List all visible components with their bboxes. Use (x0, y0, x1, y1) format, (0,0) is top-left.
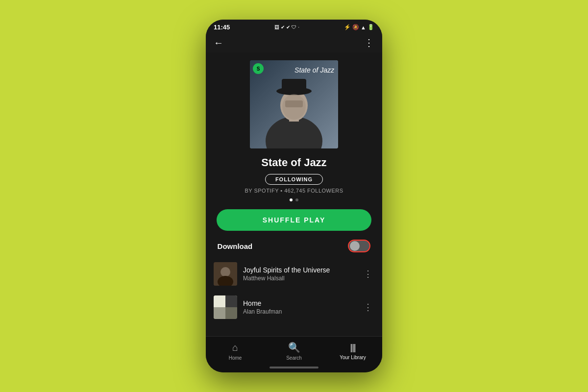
album-art-container: S State of Jazz (250, 60, 338, 148)
track-artist-2: Alan Braufman (243, 308, 356, 315)
spotify-logo: S (257, 66, 260, 72)
phone-frame: 11:45 🖼✔✔🛡· ⚡ 🔕 ▲ 🔋 ← ⋮ (206, 20, 382, 372)
svg-rect-7 (285, 100, 303, 107)
nav-bar: ← ⋮ (206, 33, 382, 52)
download-row: Download (217, 240, 372, 252)
download-label: Download (218, 242, 253, 250)
svg-rect-5 (282, 79, 306, 93)
status-left-icons: 🖼✔✔🛡· (274, 24, 299, 30)
track-art-1 (214, 262, 237, 286)
album-art: S State of Jazz (250, 60, 338, 148)
status-icons-left: 🖼✔✔🛡· (274, 24, 299, 30)
back-button[interactable]: ← (214, 37, 223, 49)
track-title-2: Home (243, 299, 356, 307)
home-indicator (206, 364, 382, 372)
nav-item-search[interactable]: 🔍 Search (279, 342, 309, 361)
status-time: 11:45 (214, 24, 230, 31)
download-toggle[interactable] (348, 240, 370, 252)
album-title-overlay: State of Jazz (294, 66, 334, 74)
svg-point-10 (220, 267, 230, 277)
home-icon: ⌂ (232, 342, 238, 353)
art-cell-4 (225, 307, 237, 319)
track-list: Joyful Spirits of the Universe Matthew H… (206, 257, 382, 324)
nav-label-library: Your Library (340, 355, 366, 360)
more-menu-button[interactable]: ⋮ (364, 37, 374, 49)
track-item[interactable]: Home Alan Braufman ⋮ (206, 291, 382, 324)
playlist-title: State of Jazz (261, 156, 326, 169)
dot-2 (295, 198, 298, 201)
nav-label-home: Home (229, 355, 242, 361)
search-icon: 🔍 (288, 342, 300, 353)
notification-icon: 🔕 (352, 24, 359, 30)
track-more-button-1[interactable]: ⋮ (362, 267, 374, 281)
following-button[interactable]: FOLLOWING (265, 174, 323, 185)
track-item[interactable]: Joyful Spirits of the Universe Matthew H… (206, 257, 382, 291)
shuffle-play-button[interactable]: SHUFFLE PLAY (217, 209, 372, 231)
bottom-nav: ⌂ Home 🔍 Search ||| Your Library (206, 336, 382, 364)
track-info-2: Home Alan Braufman (243, 299, 356, 315)
art-cell-3 (214, 307, 225, 319)
signal-icon: ▲ (361, 24, 366, 30)
art-cell-1 (214, 295, 225, 307)
nav-item-library[interactable]: ||| Your Library (338, 343, 368, 360)
page-dots (290, 198, 298, 201)
toggle-knob (350, 241, 360, 251)
track-thumbnail-2 (214, 295, 237, 319)
playlist-meta: BY SPOTIFY • 462,745 FOLLOWERS (245, 188, 343, 194)
track-artist-1: Matthew Halsall (243, 275, 356, 282)
track-thumbnail-1 (214, 262, 237, 286)
track-art-pattern-2 (214, 295, 237, 319)
spotify-badge: S (253, 63, 264, 74)
bluetooth-icon: ⚡ (344, 24, 351, 30)
nav-label-search: Search (286, 355, 302, 361)
track-title-1: Joyful Spirits of the Universe (243, 266, 356, 274)
main-content: S State of Jazz State of Jazz FOLLOWING … (206, 52, 382, 336)
dot-1 (290, 198, 293, 201)
status-bar: 11:45 🖼✔✔🛡· ⚡ 🔕 ▲ 🔋 (206, 20, 382, 33)
home-indicator-bar (270, 367, 318, 368)
status-icons-right: ⚡ 🔕 ▲ 🔋 (344, 24, 374, 30)
nav-item-home[interactable]: ⌂ Home (220, 342, 250, 361)
track-more-button-2[interactable]: ⋮ (362, 300, 374, 315)
art-cell-2 (225, 295, 237, 307)
track-info-1: Joyful Spirits of the Universe Matthew H… (243, 266, 356, 282)
library-icon: ||| (350, 343, 355, 353)
battery-icon: 🔋 (368, 24, 374, 30)
